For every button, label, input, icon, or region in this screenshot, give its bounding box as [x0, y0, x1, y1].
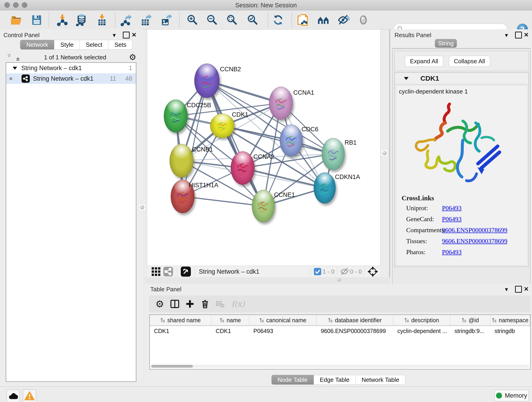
- tab-network[interactable]: Network: [20, 40, 54, 50]
- network-node-CDK1[interactable]: [210, 114, 234, 138]
- crosslink-link[interactable]: 9606.ENSP00000378699: [442, 226, 507, 234]
- entry-collapse-icon[interactable]: [404, 77, 409, 80]
- show-columns-icon[interactable]: [167, 298, 182, 310]
- network-node-CCNE1[interactable]: [252, 190, 275, 222]
- results-panel-menu-icon[interactable]: ▾: [505, 32, 508, 38]
- column-header-shared-name[interactable]: shared name: [150, 315, 211, 325]
- crosslink-link[interactable]: P06493: [442, 249, 462, 256]
- table-panel-menu-icon[interactable]: ▾: [505, 286, 508, 292]
- tab-style[interactable]: Style: [54, 40, 80, 50]
- network-grid-view-icon[interactable]: [150, 265, 162, 278]
- network-node-CCNA2[interactable]: [231, 151, 254, 185]
- expand-all-networks-icon[interactable]: »: [13, 53, 21, 61]
- network-node-CCNA1[interactable]: [269, 87, 293, 120]
- import-network-file-icon[interactable]: [56, 13, 69, 26]
- network-options-gear-icon[interactable]: ⚙: [129, 52, 136, 62]
- table-cell[interactable]: stringdb:9...: [450, 326, 491, 336]
- table-cell[interactable]: CDK1: [150, 326, 211, 336]
- tab-string[interactable]: String: [435, 39, 457, 48]
- node-result-header[interactable]: CDK1: [395, 73, 529, 84]
- network-node-CDC6[interactable]: [280, 124, 303, 157]
- export-table-icon[interactable]: [140, 13, 152, 26]
- zoom-selected-icon[interactable]: [246, 13, 259, 26]
- birds-eye-view-icon[interactable]: [367, 265, 379, 278]
- network-node-CDC25B[interactable]: [164, 99, 188, 133]
- tab-select[interactable]: Select: [80, 40, 108, 50]
- column-header-@id[interactable]: @id: [450, 315, 491, 325]
- tab-sets[interactable]: Sets: [108, 40, 133, 50]
- zoom-fit-content-icon[interactable]: [226, 13, 239, 26]
- clone-network-icon[interactable]: [297, 13, 309, 26]
- table-cell[interactable]: cyclin-dependent ...: [393, 326, 450, 336]
- network-node-CDKN1A[interactable]: [314, 172, 336, 204]
- collapse-all-button[interactable]: Collapse All: [449, 56, 490, 67]
- results-panel-float-icon[interactable]: [515, 32, 522, 38]
- collection-expand-icon[interactable]: [13, 67, 17, 70]
- collapse-all-networks-icon[interactable]: »: [6, 53, 13, 61]
- table-cell[interactable]: stringdb: [490, 326, 530, 336]
- crosslink-link[interactable]: P06493: [442, 216, 462, 223]
- horizontal-splitter-grip[interactable]: [337, 278, 341, 282]
- import-network-database-icon[interactable]: [75, 13, 88, 26]
- table-hscrollbar-thumb[interactable]: [151, 365, 193, 368]
- refresh-network-icon[interactable]: [272, 13, 285, 26]
- save-session-icon[interactable]: [30, 13, 43, 26]
- warning-status-button[interactable]: [23, 389, 36, 402]
- column-header-description[interactable]: description: [393, 315, 450, 325]
- network-row[interactable]: String Network – cdk1 11 48: [6, 73, 136, 84]
- table-cell[interactable]: 9606.ENSP00000378699: [317, 326, 393, 336]
- memory-status-dot: [496, 393, 502, 399]
- column-header-namespace[interactable]: namespace: [490, 315, 530, 325]
- show-graphics-details-icon[interactable]: [357, 13, 370, 26]
- open-in-new-window-icon[interactable]: [179, 265, 192, 278]
- table-panel-close-icon[interactable]: ✕: [524, 286, 529, 292]
- zoom-in-icon[interactable]: [186, 13, 199, 26]
- delete-column-icon[interactable]: [197, 298, 213, 310]
- export-network-icon[interactable]: [120, 13, 133, 26]
- network-node-count: 11: [110, 75, 116, 82]
- memory-button[interactable]: Memory: [494, 390, 529, 401]
- hidden-eye-icon[interactable]: [339, 265, 350, 278]
- tab-node-table[interactable]: Node Table: [272, 375, 314, 385]
- node-label-CCNA1: CCNA1: [293, 89, 314, 96]
- table-cell[interactable]: CDK1: [211, 326, 249, 336]
- export-image-icon[interactable]: [160, 13, 173, 26]
- table-row[interactable]: CDK1CDK1P064939606.ENSP00000378699cyclin…: [150, 326, 530, 336]
- right-splitter-grip[interactable]: [381, 149, 388, 157]
- add-column-icon[interactable]: [182, 298, 197, 310]
- tab-network-table[interactable]: Network Table: [355, 375, 405, 385]
- selected-checkbox-icon[interactable]: [312, 265, 323, 278]
- network-node-CCNB2[interactable]: [194, 64, 220, 98]
- table-settings-gear-icon[interactable]: ⚙: [152, 298, 167, 310]
- node-label-CCNB2: CCNB2: [220, 66, 241, 73]
- network-collection-row[interactable]: String Network – cdk1 1: [6, 63, 136, 73]
- results-panel-divider[interactable]: [389, 29, 390, 284]
- table-panel-float-icon[interactable]: [515, 286, 522, 293]
- crosslink-link[interactable]: P06493: [442, 204, 462, 212]
- crosslink-row: Pharos:P06493: [406, 249, 525, 256]
- hide-graphics-details-icon[interactable]: [337, 13, 350, 26]
- node-label-CCNA2: CCNA2: [253, 153, 274, 160]
- open-session-icon[interactable]: [10, 13, 22, 26]
- import-table-file-icon[interactable]: [95, 13, 108, 26]
- left-splitter-grip[interactable]: [138, 204, 146, 211]
- table-cell[interactable]: P06493: [249, 326, 317, 336]
- column-header-canonical-name[interactable]: canonical name: [249, 315, 317, 325]
- control-panel-close-icon[interactable]: ✕: [132, 32, 137, 38]
- network-share-view-icon[interactable]: [162, 265, 175, 278]
- first-neighbors-icon[interactable]: [317, 13, 330, 26]
- column-header-name[interactable]: name: [211, 315, 249, 325]
- results-panel-close-icon[interactable]: ✕: [524, 32, 529, 38]
- cloud-icon: [8, 392, 18, 400]
- expand-all-button[interactable]: Expand All: [405, 56, 443, 67]
- network-node-CCNB1[interactable]: [170, 144, 193, 177]
- cloud-status-button[interactable]: [6, 389, 20, 402]
- control-panel-float-icon[interactable]: [123, 32, 130, 38]
- zoom-out-icon[interactable]: [206, 13, 219, 26]
- network-node-RB1[interactable]: [322, 138, 345, 170]
- tab-edge-table[interactable]: Edge Table: [314, 375, 355, 385]
- column-header-database-identifier[interactable]: database identifier: [317, 315, 393, 325]
- control-panel-menu-icon[interactable]: ▾: [113, 32, 116, 38]
- network-canvas[interactable]: CCNB2 CCNA1 CDC25B CDK1 CDC6 RB1CCNB1 CC…: [147, 30, 380, 266]
- crosslink-link[interactable]: 9606.ENSP00000378699: [442, 237, 507, 245]
